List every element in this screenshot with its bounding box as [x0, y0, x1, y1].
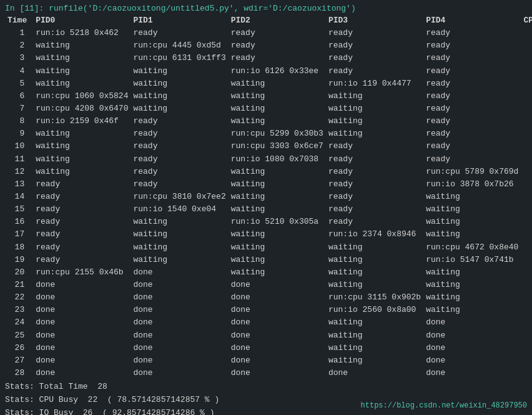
- row-23-col-cpu: 1: [521, 304, 532, 316]
- row-20-col-cpu: 1: [521, 266, 532, 279]
- row-27-col-time: 27: [5, 354, 29, 367]
- row-23-col-pid0: done: [29, 304, 131, 316]
- row-14-col-pid1: run:cpu 3810 0x7ee2: [131, 191, 228, 203]
- row-12-col-pid4: run:cpu 5789 0x769d: [423, 166, 521, 178]
- table-row: 5waitingwaitingwaitingrun:io 119 0x4477r…: [5, 78, 532, 90]
- table-row: 24donedonedonewaitingdone01: [5, 316, 532, 329]
- row-13-col-pid3: ready: [326, 178, 423, 191]
- row-14-col-pid4: waiting: [423, 191, 521, 203]
- table-row: 6run:cpu 1060 0x5824waitingwaitingwaitin…: [5, 90, 532, 102]
- row-16-col-pid3: ready: [326, 216, 423, 228]
- row-21-col-pid4: waiting: [423, 279, 521, 291]
- row-28-col-pid3: done: [326, 367, 423, 379]
- row-26-col-pid3: waiting: [326, 342, 423, 354]
- row-26-col-time: 26: [5, 342, 29, 354]
- table-row: 3waitingrun:cpu 6131 0x1ff3readyreadyrea…: [5, 52, 532, 64]
- row-21-col-cpu: 0: [521, 279, 532, 291]
- row-15-col-time: 15: [5, 203, 29, 216]
- row-15-col-pid0: ready: [29, 203, 131, 216]
- row-13-col-time: 13: [5, 178, 29, 191]
- row-19-col-pid4: run:io 5147 0x741b: [423, 254, 521, 266]
- row-25-col-pid1: done: [131, 329, 228, 342]
- row-6-col-pid0: run:cpu 1060 0x5824: [29, 90, 131, 102]
- row-1-col-pid4: ready: [423, 27, 521, 39]
- table-row: 8run:io 2159 0x46freadywaitingwaitingrea…: [5, 115, 532, 128]
- row-11-col-pid1: ready: [131, 153, 228, 166]
- row-16-col-time: 16: [5, 216, 29, 228]
- row-22-col-pid0: done: [29, 291, 131, 304]
- row-12-col-pid3: ready: [326, 166, 423, 178]
- row-4-col-pid3: ready: [326, 65, 423, 78]
- row-9-col-pid2: run:cpu 5299 0x30b3: [229, 128, 326, 140]
- row-22-col-pid3: run:cpu 3115 0x902b: [326, 291, 423, 304]
- row-9-col-cpu: 1: [521, 128, 532, 140]
- row-20-col-pid3: waiting: [326, 266, 423, 279]
- row-11-col-time: 11: [5, 153, 29, 166]
- row-9-col-time: 9: [5, 128, 29, 140]
- row-27-col-pid1: done: [131, 354, 228, 367]
- table-row: 25donedonedonewaitingdone01: [5, 329, 532, 342]
- row-10-col-pid2: run:cpu 3303 0x6ce7: [229, 140, 326, 152]
- row-2-col-pid0: waiting: [29, 39, 131, 52]
- row-25-col-pid3: waiting: [326, 329, 423, 342]
- row-12-col-pid1: ready: [131, 166, 228, 178]
- row-6-col-pid1: waiting: [131, 90, 228, 102]
- row-28-col-pid1: done: [131, 367, 228, 379]
- table-area: Time PID0 PID1 PID2 PID3 PID4 CPU IOs 1r…: [5, 14, 527, 379]
- row-12-col-time: 12: [5, 166, 29, 178]
- row-26-col-pid4: done: [423, 342, 521, 354]
- row-10-col-pid0: waiting: [29, 140, 131, 152]
- row-3-col-pid1: run:cpu 6131 0x1ff3: [131, 52, 228, 64]
- row-15-col-cpu: 1: [521, 203, 532, 216]
- row-27-col-pid2: done: [229, 354, 326, 367]
- row-2-col-pid1: run:cpu 4445 0xd5d: [131, 39, 228, 52]
- table-row: 15readyrun:io 1540 0xe04waitingreadywait…: [5, 203, 532, 216]
- row-23-col-time: 23: [5, 304, 29, 316]
- row-20-col-time: 20: [5, 266, 29, 279]
- row-26-col-pid1: done: [131, 342, 228, 354]
- row-28-col-cpu: 0: [521, 367, 532, 379]
- row-23-col-pid4: waiting: [423, 304, 521, 316]
- row-4-col-pid0: waiting: [29, 65, 131, 78]
- table-body: 1run:io 5218 0x462readyreadyreadyready10…: [5, 27, 532, 379]
- table-row: 17readywaitingwaitingrun:io 2374 0x8946w…: [5, 228, 532, 241]
- row-5-col-pid3: run:io 119 0x4477: [326, 78, 423, 90]
- row-2-col-time: 2: [5, 39, 29, 52]
- row-5-col-pid1: waiting: [131, 78, 228, 90]
- row-24-col-time: 24: [5, 316, 29, 329]
- row-5-col-pid2: waiting: [229, 78, 326, 90]
- row-27-col-pid0: done: [29, 354, 131, 367]
- watermark: https://blog.csdn.net/weixin_48297950: [361, 401, 527, 410]
- row-24-col-pid0: done: [29, 316, 131, 329]
- row-24-col-pid3: waiting: [326, 316, 423, 329]
- row-9-col-pid0: waiting: [29, 128, 131, 140]
- row-10-col-pid3: ready: [326, 140, 423, 152]
- row-2-col-cpu: 1: [521, 39, 532, 52]
- row-8-col-time: 8: [5, 115, 29, 128]
- row-6-col-pid4: ready: [423, 90, 521, 102]
- table-row: 18readywaitingwaitingwaitingrun:cpu 4672…: [5, 241, 532, 254]
- col-header-pid0: PID0: [29, 14, 131, 27]
- row-1-col-pid0: run:io 5218 0x462: [29, 27, 131, 39]
- row-13-col-pid4: run:io 3878 0x7b26: [423, 178, 521, 191]
- row-6-col-pid3: waiting: [326, 90, 423, 102]
- row-17-col-cpu: 1: [521, 228, 532, 241]
- row-2-col-pid4: ready: [423, 39, 521, 52]
- row-19-col-time: 19: [5, 254, 29, 266]
- row-25-col-time: 25: [5, 329, 29, 342]
- row-24-col-pid2: done: [229, 316, 326, 329]
- row-27-col-cpu: 0: [521, 354, 532, 367]
- row-7-col-pid4: ready: [423, 102, 521, 115]
- row-23-col-pid2: done: [229, 304, 326, 316]
- row-16-col-pid4: waiting: [423, 216, 521, 228]
- row-2-col-pid3: ready: [326, 39, 423, 52]
- col-header-pid2: PID2: [229, 14, 326, 27]
- table-row: 13readyreadywaitingreadyrun:io 3878 0x7b…: [5, 178, 532, 191]
- row-3-col-pid0: waiting: [29, 52, 131, 64]
- row-4-col-pid1: waiting: [131, 65, 228, 78]
- table-row: 7run:cpu 4208 0x6470waitingwaitingwaitin…: [5, 102, 532, 115]
- row-21-col-pid3: waiting: [326, 279, 423, 291]
- table-row: 2waitingrun:cpu 4445 0xd5dreadyreadyread…: [5, 39, 532, 52]
- col-header-pid3: PID3: [326, 14, 423, 27]
- table-row: 1run:io 5218 0x462readyreadyreadyready10: [5, 27, 532, 39]
